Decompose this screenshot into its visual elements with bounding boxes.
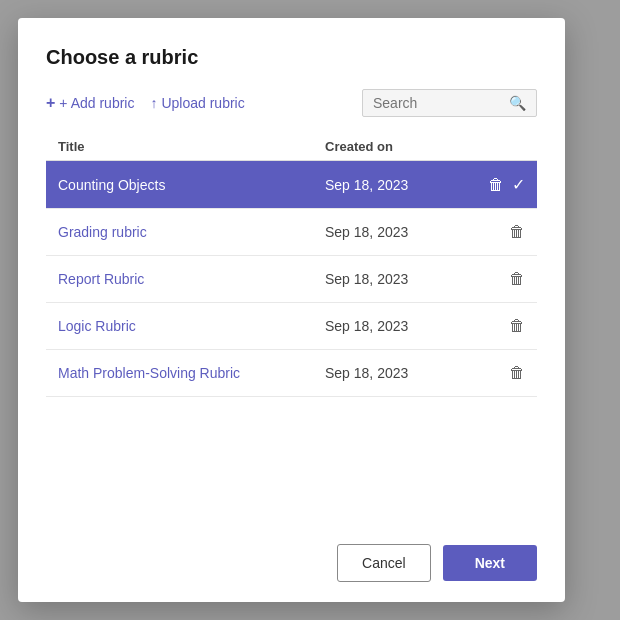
rubric-actions-3: 🗑 bbox=[465, 270, 525, 288]
rubric-row[interactable]: Report RubricSep 18, 2023🗑 bbox=[46, 256, 537, 303]
search-box: 🔍 bbox=[362, 89, 537, 117]
rubric-actions-5: 🗑 bbox=[465, 364, 525, 382]
rubric-title-1: Counting Objects bbox=[58, 177, 325, 193]
search-input[interactable] bbox=[373, 95, 503, 111]
delete-rubric-button[interactable]: 🗑 bbox=[509, 317, 525, 335]
rubric-date-4: Sep 18, 2023 bbox=[325, 318, 465, 334]
delete-rubric-button[interactable]: 🗑 bbox=[509, 364, 525, 382]
modal-title: Choose a rubric bbox=[46, 46, 537, 69]
cancel-button[interactable]: Cancel bbox=[337, 544, 431, 582]
column-created-header: Created on bbox=[325, 139, 465, 154]
rubric-row[interactable]: Math Problem-Solving RubricSep 18, 2023🗑 bbox=[46, 350, 537, 397]
table-header: Title Created on bbox=[46, 133, 537, 161]
rubric-date-1: Sep 18, 2023 bbox=[325, 177, 465, 193]
upload-rubric-button[interactable]: ↑ Upload rubric bbox=[150, 95, 244, 111]
rubric-row[interactable]: Grading rubricSep 18, 2023🗑 bbox=[46, 209, 537, 256]
toolbar-left: + + Add rubric ↑ Upload rubric bbox=[46, 94, 245, 112]
choose-rubric-modal: Choose a rubric + + Add rubric ↑ Upload … bbox=[18, 18, 565, 602]
rubric-title-4: Logic Rubric bbox=[58, 318, 325, 334]
rubric-actions-4: 🗑 bbox=[465, 317, 525, 335]
upload-rubric-label: Upload rubric bbox=[161, 95, 244, 111]
rubric-list: Counting ObjectsSep 18, 2023🗑✓Grading ru… bbox=[46, 161, 537, 524]
delete-rubric-button[interactable]: 🗑 bbox=[488, 176, 504, 194]
rubric-title-2: Grading rubric bbox=[58, 224, 325, 240]
column-title-header: Title bbox=[58, 139, 325, 154]
modal-footer: Cancel Next bbox=[46, 544, 537, 582]
rubric-date-3: Sep 18, 2023 bbox=[325, 271, 465, 287]
selected-check-icon: ✓ bbox=[512, 175, 525, 194]
add-rubric-button[interactable]: + + Add rubric bbox=[46, 94, 134, 112]
rubric-title-5: Math Problem-Solving Rubric bbox=[58, 365, 325, 381]
toolbar: + + Add rubric ↑ Upload rubric 🔍 bbox=[46, 89, 537, 117]
add-rubric-label: + Add rubric bbox=[59, 95, 134, 111]
delete-rubric-button[interactable]: 🗑 bbox=[509, 223, 525, 241]
rubric-row[interactable]: Counting ObjectsSep 18, 2023🗑✓ bbox=[46, 161, 537, 209]
search-icon: 🔍 bbox=[509, 95, 526, 111]
rubric-date-2: Sep 18, 2023 bbox=[325, 224, 465, 240]
rubric-date-5: Sep 18, 2023 bbox=[325, 365, 465, 381]
rubric-title-3: Report Rubric bbox=[58, 271, 325, 287]
rubric-actions-2: 🗑 bbox=[465, 223, 525, 241]
delete-rubric-button[interactable]: 🗑 bbox=[509, 270, 525, 288]
plus-icon: + bbox=[46, 94, 55, 112]
upload-arrow-icon: ↑ bbox=[150, 95, 157, 111]
rubric-row[interactable]: Logic RubricSep 18, 2023🗑 bbox=[46, 303, 537, 350]
rubric-actions-1: 🗑✓ bbox=[465, 175, 525, 194]
next-button[interactable]: Next bbox=[443, 545, 537, 581]
